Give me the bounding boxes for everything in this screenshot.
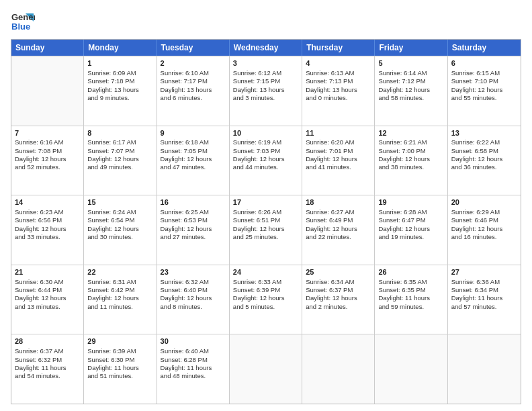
day-number: 18 — [306, 197, 371, 208]
cell-line: and 59 minutes. — [378, 303, 443, 311]
cell-line: Daylight: 12 hours — [306, 294, 371, 302]
cell-line: Daylight: 12 hours — [161, 225, 226, 233]
day-number: 22 — [87, 267, 152, 277]
calendar-header-cell: Thursday — [302, 40, 375, 56]
cell-line: Daylight: 11 hours — [15, 364, 80, 372]
day-number: 25 — [306, 267, 371, 277]
cell-line: Sunrise: 6:16 AM — [15, 138, 80, 146]
cell-line: and 9 minutes. — [87, 94, 152, 102]
calendar-cell: 11Sunrise: 6:20 AMSunset: 7:01 PMDayligh… — [302, 126, 375, 195]
cell-line: Sunrise: 6:19 AM — [233, 138, 298, 146]
day-number: 19 — [378, 197, 443, 208]
calendar-cell: 4Sunrise: 6:13 AMSunset: 7:13 PMDaylight… — [302, 56, 375, 126]
day-number: 3 — [233, 58, 298, 68]
cell-line: and 48 minutes. — [161, 372, 226, 380]
cell-line: and 13 minutes. — [15, 303, 80, 311]
cell-line: Sunset: 6:51 PM — [233, 216, 298, 224]
cell-line: Sunrise: 6:17 AM — [87, 138, 152, 146]
cell-line: and 38 minutes. — [378, 163, 443, 171]
cell-line: Daylight: 12 hours — [87, 155, 152, 163]
calendar-cell: 26Sunrise: 6:35 AMSunset: 6:35 PMDayligh… — [375, 265, 447, 334]
calendar-body: 1Sunrise: 6:09 AMSunset: 7:18 PMDaylight… — [11, 56, 521, 404]
calendar: SundayMondayTuesdayWednesdayThursdayFrid… — [11, 39, 521, 404]
calendar-cell: 20Sunrise: 6:29 AMSunset: 6:46 PMDayligh… — [448, 195, 521, 265]
calendar-cell: 19Sunrise: 6:28 AMSunset: 6:47 PMDayligh… — [375, 195, 447, 265]
cell-line: Daylight: 12 hours — [451, 155, 517, 163]
cell-line: Sunrise: 6:15 AM — [451, 69, 517, 77]
day-number: 2 — [161, 58, 226, 68]
cell-line: and 3 minutes. — [233, 94, 298, 102]
cell-line: and 5 minutes. — [233, 303, 298, 311]
day-number: 30 — [161, 336, 226, 347]
cell-line: Sunrise: 6:36 AM — [451, 278, 517, 286]
cell-line: Sunrise: 6:20 AM — [306, 138, 371, 146]
calendar-header-cell: Friday — [375, 40, 447, 56]
cell-line: Sunrise: 6:14 AM — [378, 69, 443, 77]
cell-line: Sunrise: 6:12 AM — [233, 69, 298, 77]
cell-line: Daylight: 13 hours — [87, 86, 152, 94]
calendar-cell: 2Sunrise: 6:10 AMSunset: 7:17 PMDaylight… — [157, 56, 230, 126]
calendar-week: 21Sunrise: 6:30 AMSunset: 6:44 PMDayligh… — [11, 265, 521, 334]
calendar-cell: 30Sunrise: 6:40 AMSunset: 6:28 PMDayligh… — [157, 334, 230, 404]
cell-line: and 44 minutes. — [233, 163, 298, 171]
calendar-cell — [11, 56, 84, 126]
calendar-cell: 17Sunrise: 6:26 AMSunset: 6:51 PMDayligh… — [230, 195, 302, 265]
cell-line: Sunset: 6:34 PM — [451, 286, 517, 294]
day-number: 1 — [87, 58, 152, 68]
cell-line: Sunrise: 6:30 AM — [15, 278, 80, 286]
svg-text:Blue: Blue — [11, 21, 30, 32]
cell-line: and 52 minutes. — [15, 163, 80, 171]
day-number: 17 — [233, 197, 298, 208]
calendar-cell: 22Sunrise: 6:31 AMSunset: 6:42 PMDayligh… — [84, 265, 157, 334]
cell-line: Sunset: 7:17 PM — [161, 77, 226, 85]
cell-line: and 49 minutes. — [87, 163, 152, 171]
cell-line: Daylight: 13 hours — [233, 86, 298, 94]
cell-line: Sunset: 7:00 PM — [378, 147, 443, 155]
cell-line: Sunrise: 6:37 AM — [15, 347, 80, 355]
cell-line: Daylight: 12 hours — [233, 155, 298, 163]
cell-line: Daylight: 12 hours — [451, 86, 517, 94]
day-number: 16 — [161, 197, 226, 208]
cell-line: and 41 minutes. — [306, 163, 371, 171]
day-number: 7 — [15, 128, 80, 138]
cell-line: Daylight: 12 hours — [233, 294, 298, 302]
cell-line: Sunrise: 6:32 AM — [161, 278, 226, 286]
day-number: 4 — [306, 58, 371, 68]
calendar-cell: 16Sunrise: 6:25 AMSunset: 6:53 PMDayligh… — [157, 195, 230, 265]
cell-line: Sunrise: 6:27 AM — [306, 208, 371, 216]
calendar-week: 28Sunrise: 6:37 AMSunset: 6:32 PMDayligh… — [11, 334, 521, 404]
cell-line: Sunset: 7:10 PM — [451, 77, 517, 85]
cell-line: Sunrise: 6:23 AM — [15, 208, 80, 216]
cell-line: Sunset: 7:03 PM — [233, 147, 298, 155]
cell-line: Daylight: 13 hours — [306, 86, 371, 94]
calendar-cell — [230, 334, 302, 404]
cell-line: Daylight: 11 hours — [87, 364, 152, 372]
cell-line: Sunrise: 6:35 AM — [378, 278, 443, 286]
cell-line: and 2 minutes. — [306, 303, 371, 311]
day-number: 13 — [451, 128, 517, 138]
calendar-cell: 15Sunrise: 6:24 AMSunset: 6:54 PMDayligh… — [84, 195, 157, 265]
cell-line: and 19 minutes. — [378, 233, 443, 241]
calendar-header-cell: Saturday — [448, 40, 521, 56]
day-number: 9 — [161, 128, 226, 138]
cell-line: Sunrise: 6:24 AM — [87, 208, 152, 216]
calendar-cell: 29Sunrise: 6:39 AMSunset: 6:30 PMDayligh… — [84, 334, 157, 404]
cell-line: Sunrise: 6:39 AM — [87, 347, 152, 355]
cell-line: Sunset: 7:01 PM — [306, 147, 371, 155]
day-number: 5 — [378, 58, 443, 68]
cell-line: Sunrise: 6:09 AM — [87, 69, 152, 77]
cell-line: Daylight: 11 hours — [161, 364, 226, 372]
cell-line: Sunrise: 6:26 AM — [233, 208, 298, 216]
cell-line: Sunset: 6:58 PM — [451, 147, 517, 155]
cell-line: Sunset: 7:12 PM — [378, 77, 443, 85]
day-number: 15 — [87, 197, 152, 208]
cell-line: Daylight: 12 hours — [15, 225, 80, 233]
day-number: 12 — [378, 128, 443, 138]
cell-line: Sunrise: 6:21 AM — [378, 138, 443, 146]
cell-line: Sunset: 6:44 PM — [15, 286, 80, 294]
calendar-cell: 13Sunrise: 6:22 AMSunset: 6:58 PMDayligh… — [448, 126, 521, 195]
cell-line: Daylight: 12 hours — [161, 294, 226, 302]
cell-line: Sunset: 6:32 PM — [15, 356, 80, 364]
cell-line: Sunrise: 6:25 AM — [161, 208, 226, 216]
cell-line: and 8 minutes. — [161, 303, 226, 311]
